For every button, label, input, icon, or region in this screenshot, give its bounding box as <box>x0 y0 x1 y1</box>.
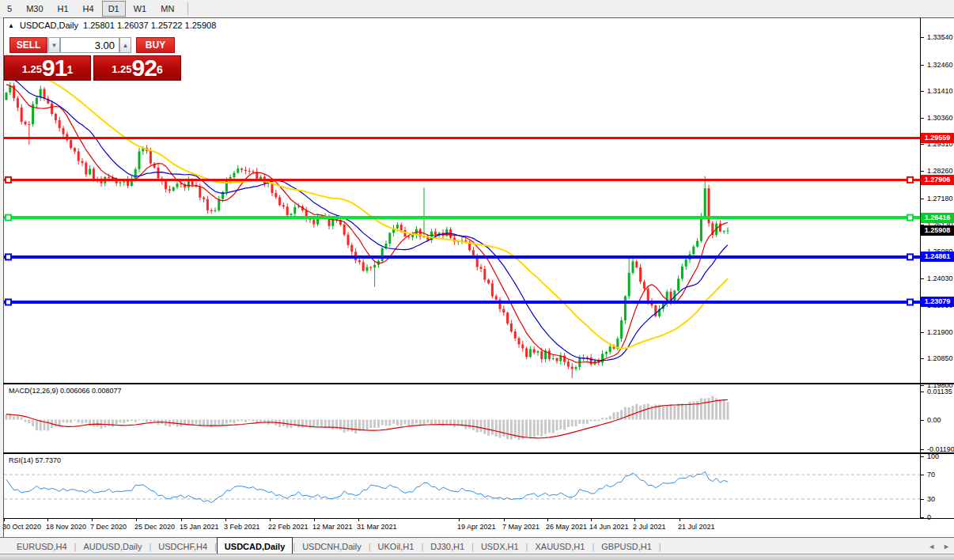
date-tick-mark <box>459 519 460 521</box>
price-tick-mark <box>920 332 924 333</box>
date-tick-mark <box>547 519 548 521</box>
date-tick-mark <box>634 519 635 521</box>
timeframe-button-d1[interactable]: D1 <box>102 1 126 17</box>
chart-tab-usdcad[interactable]: USDCAD,Daily <box>217 537 293 554</box>
panel-splitter-macd[interactable] <box>3 383 954 384</box>
timeframe-button-mn[interactable]: MN <box>154 1 180 17</box>
sell-price-button[interactable]: 1.25 91 1 <box>4 55 91 81</box>
chart-tab-ukoil[interactable]: UKOil,H1 <box>371 538 422 554</box>
price-tick-label: 1.21900 <box>927 328 953 336</box>
price-tick-mark <box>920 144 924 145</box>
timeframe-button-m30[interactable]: M30 <box>20 1 49 17</box>
sell-button[interactable]: SELL <box>9 37 47 53</box>
current-price-badge: 1.25908 <box>921 225 954 236</box>
macd-tick-mark <box>920 392 924 392</box>
date-label: 7 Dec 2020 <box>90 523 127 531</box>
chart-tab-usdcnh[interactable]: USDCNH,Daily <box>295 538 369 554</box>
rsi-panel-canvas <box>4 455 920 517</box>
date-tick-mark <box>181 519 182 521</box>
volume-decrease-button[interactable]: ▼ <box>48 37 60 53</box>
arrow-down-icon: ▼ <box>51 42 58 49</box>
macd-indicator-label: MACD(12,26,9) 0.006066 0.008077 <box>9 387 122 395</box>
chart-tab-usdchf[interactable]: USDCHF,H4 <box>151 538 214 554</box>
chart-tab-gbpusd[interactable]: GBPUSD,H1 <box>594 538 659 554</box>
timeframe-button-h1[interactable]: H1 <box>51 1 75 17</box>
buy-button[interactable]: BUY <box>136 37 175 53</box>
date-label: 18 Nov 2020 <box>46 523 86 531</box>
chart-tab-eurusd[interactable]: EURUSD,H4 <box>9 538 74 554</box>
chart-tab-dj30[interactable]: DJ30,H1 <box>423 538 471 554</box>
chart-ohlc-values: 1.25801 1.26037 1.25722 1.25908 <box>83 21 216 30</box>
timeframe-toolbar: 5M30H1H4D1W1MN <box>0 0 954 18</box>
tab-scroll-right-icon[interactable]: ► <box>939 543 954 551</box>
date-tick-mark <box>591 519 592 521</box>
ask-price-integer: 1.25 <box>112 60 131 79</box>
price-tick-mark <box>920 91 924 92</box>
date-label: 19 Apr 2021 <box>457 523 496 531</box>
level-price-badge: 1.24861 <box>921 252 954 262</box>
buy-price-button[interactable]: 1.25 92 6 <box>93 55 181 81</box>
macd-tick-label: 0.00 <box>927 416 941 424</box>
collapse-panel-icon[interactable]: ▲ <box>8 22 14 29</box>
date-tick-mark <box>358 519 359 521</box>
chart-symbol-label: USDCAD,Daily <box>20 21 78 30</box>
rsi-tick-label: 30 <box>927 495 935 503</box>
date-tick-mark <box>4 519 5 521</box>
price-tick-label: 1.27180 <box>927 195 953 202</box>
ask-price-pips: 92 <box>132 57 157 79</box>
date-tick-mark <box>92 519 93 521</box>
bid-price-pips: 91 <box>42 57 66 79</box>
arrow-up-icon: ▲ <box>123 42 129 49</box>
timeframe-button-h4[interactable]: H4 <box>77 1 100 17</box>
date-tick-mark <box>270 519 271 521</box>
rsi-tick-mark <box>920 499 924 500</box>
bid-price-point: 1 <box>66 56 73 83</box>
price-tick-label: 1.24030 <box>927 274 953 282</box>
price-tick-mark <box>920 37 924 38</box>
level-price-badge: 1.23079 <box>921 297 954 307</box>
level-price-badge: 1.26416 <box>921 213 954 223</box>
date-label: 21 Jul 2021 <box>678 523 715 531</box>
price-tick-mark <box>920 65 924 66</box>
date-axis: 30 Oct 202018 Nov 20207 Dec 202025 Dec 2… <box>0 519 954 537</box>
chart-tab-audusd[interactable]: AUDUSD,Daily <box>76 538 149 554</box>
volume-input[interactable]: 3.00 <box>60 37 119 53</box>
price-tick-label: 1.32460 <box>927 61 953 69</box>
price-tick-mark <box>920 358 924 359</box>
date-label: 2 Jul 2021 <box>633 523 666 531</box>
date-label: 3 Feb 2021 <box>224 523 260 531</box>
rsi-tick-mark <box>920 456 924 457</box>
date-tick-mark <box>225 519 226 521</box>
volume-increase-button[interactable]: ▲ <box>119 37 131 53</box>
mt4-window: 5M30H1H4D1W1MN ▲ USDCAD,Daily 1.25801 1.… <box>0 0 954 560</box>
tab-scroll-left-icon[interactable]: ◄ <box>924 543 939 551</box>
date-tick-mark <box>136 519 137 521</box>
macd-tick-mark <box>920 449 924 450</box>
price-axis-line <box>920 17 921 519</box>
price-tick-label: 1.20850 <box>927 354 953 362</box>
date-label: 31 Mar 2021 <box>357 523 397 531</box>
rsi-tick-mark <box>920 475 924 475</box>
chart-tab-xauusd[interactable]: XAUUSD,H1 <box>528 538 592 554</box>
chart-tab-usdx[interactable]: USDX,H1 <box>474 538 526 554</box>
price-tick-label: 1.30360 <box>927 114 953 122</box>
macd-tick-label: 0.01135 <box>927 388 952 395</box>
window-bottom-edge <box>0 554 954 560</box>
date-label: 15 Jan 2021 <box>180 523 219 531</box>
price-tick-mark <box>920 118 924 119</box>
date-tick-mark <box>47 519 48 521</box>
timeframe-button-w1[interactable]: W1 <box>127 1 153 17</box>
price-tick-mark <box>920 199 924 199</box>
price-tick-mark <box>920 385 924 386</box>
chart-tab-bar: EURUSD,H4|AUDUSD,Daily|USDCHF,H4|USDCAD,… <box>0 537 954 554</box>
rsi-tick-mark <box>920 517 924 518</box>
date-label: 12 Mar 2021 <box>312 523 353 531</box>
level-price-badge: 1.27906 <box>921 175 954 185</box>
panel-splitter-rsi[interactable] <box>3 452 954 454</box>
date-label: 26 May 2021 <box>546 523 587 531</box>
price-tick-mark <box>920 278 924 279</box>
date-label: 25 Dec 2020 <box>134 523 175 531</box>
date-label: 7 May 2021 <box>502 523 539 531</box>
price-tick-label: 1.28260 <box>927 167 953 175</box>
timeframe-button-5[interactable]: 5 <box>1 1 18 17</box>
